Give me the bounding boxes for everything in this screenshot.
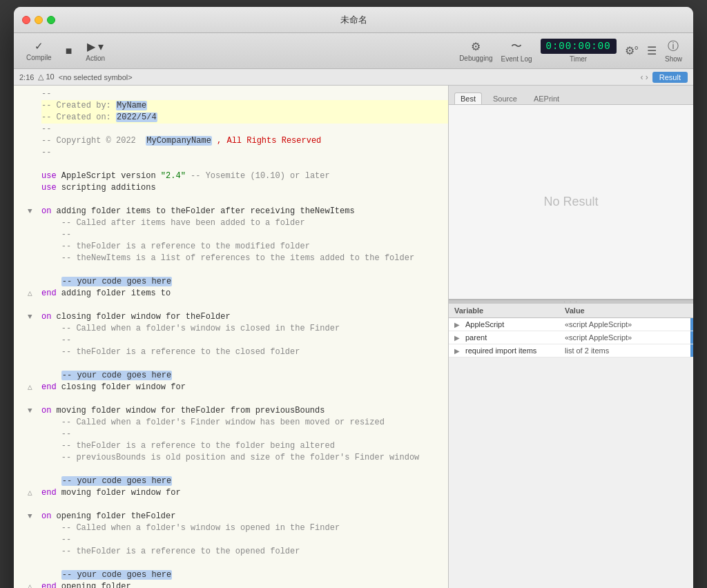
end-marker-4: △ <box>28 581 32 588</box>
action-label: Action <box>86 55 105 62</box>
line-empty-2 <box>41 300 448 311</box>
line-code-h3: -- your code goes here <box>41 476 448 487</box>
play-icon: ▶ ▾ <box>87 40 104 53</box>
stop-group[interactable]: ■ <box>59 42 79 60</box>
debugging-section[interactable]: ⚙ Debugging <box>459 40 492 62</box>
line-9: use scripting additions <box>41 182 448 194</box>
line-7 <box>41 159 448 170</box>
handler-2-start: ▼ on closing folder window for theFolder <box>41 311 448 323</box>
expand-icon-1[interactable]: ▶ <box>454 334 460 342</box>
variables-header: Variable Value <box>449 304 693 318</box>
toolbar: ✓ Compile ■ ▶ ▾ Action ⚙ Debugging 〜 Eve… <box>14 33 693 69</box>
tab-best[interactable]: Best <box>454 92 482 104</box>
handler-4-start: ▼ on opening folder theFolder <box>41 511 448 522</box>
line-1: -- <box>41 88 448 100</box>
line-c3-2: -- <box>41 429 448 440</box>
window-title: 未命名 <box>340 14 367 26</box>
statusbar: 2:16 △ 10 <no selected symbol> ‹ › Resul… <box>14 69 693 86</box>
handler-2-end: △ end closing folder window for <box>41 382 448 393</box>
action-group[interactable]: ▶ ▾ Action <box>79 37 112 65</box>
nav-arrows[interactable]: ‹ › <box>640 72 648 82</box>
result-button[interactable]: Result <box>652 72 688 83</box>
timer-label: Timer <box>570 55 587 63</box>
collapse-triangle-2[interactable]: ▼ <box>28 311 32 323</box>
collapse-triangle-1[interactable]: ▼ <box>28 206 32 217</box>
layers-section[interactable]: ☰ <box>647 44 657 57</box>
end-marker-1: △ <box>28 288 32 300</box>
line-c2-3: -- theFolder is a reference to the close… <box>41 346 448 358</box>
variables-panel: Variable Value ▶ AppleScript «script App… <box>449 304 693 588</box>
line-5: -- Copyright © 2022 MyCompanyName , All … <box>41 135 448 147</box>
line-4: -- <box>41 124 448 135</box>
var-row-0[interactable]: ▶ AppleScript «script AppleScript» <box>449 318 693 331</box>
result-body: No Result <box>449 105 693 299</box>
line-comment-3: -- theFolder is a reference to the modif… <box>41 241 448 253</box>
expand-icon-2[interactable]: ▶ <box>454 347 460 355</box>
handler-3-end: △ end moving folder window for <box>41 487 448 499</box>
info-icon: ⓘ <box>668 39 679 54</box>
line-c4-2: -- <box>41 534 448 546</box>
titlebar: 未命名 <box>14 7 693 33</box>
timer-display: 0:00:00:00 <box>541 39 617 54</box>
line-comment-2: -- <box>41 229 448 241</box>
compile-group[interactable]: ✓ Compile <box>19 37 59 64</box>
fullscreen-button[interactable] <box>47 16 55 24</box>
close-button[interactable] <box>22 16 30 24</box>
var-name-0: ▶ AppleScript <box>454 320 565 329</box>
line-empty-3 <box>41 358 448 370</box>
var-name-1: ▶ parent <box>454 333 565 342</box>
debugging-icon: ⚙ <box>471 40 481 53</box>
line-2: -- Created by: MyName <box>41 100 448 112</box>
no-result-text: No Result <box>543 195 598 209</box>
var-accent-0 <box>690 318 693 331</box>
line-6: -- <box>41 147 448 159</box>
show-label: Show <box>665 55 682 63</box>
var-row-2[interactable]: ▶ required import items list of 2 items <box>449 344 693 357</box>
info-section[interactable]: ⓘ Show <box>665 39 682 63</box>
end-marker-3: △ <box>28 487 32 499</box>
var-row-1[interactable]: ▶ parent «script AppleScript» <box>449 331 693 344</box>
var-name-2: ▶ required import items <box>454 346 565 355</box>
line-empty-4 <box>41 393 448 405</box>
collapse-triangle-4[interactable]: ▼ <box>28 511 32 522</box>
line-code-h1: -- your code goes here <box>41 276 448 288</box>
expand-icon-0[interactable]: ▶ <box>454 321 460 329</box>
delta-indicator: △ 10 <box>38 72 54 81</box>
timer-section: 0:00:00:00 Timer <box>541 39 617 63</box>
event-log-section[interactable]: 〜 Event Log <box>501 39 532 63</box>
var-accent-2 <box>690 344 693 357</box>
gear-section[interactable]: ⚙° <box>625 44 639 57</box>
code-area: -- -- Created by: MyName -- Created on: … <box>14 88 448 588</box>
line-empty-7 <box>41 558 448 569</box>
main-content: -- -- Created by: MyName -- Created on: … <box>14 86 693 588</box>
line-empty-1 <box>41 264 448 276</box>
line-comment-4: -- theNewItems is a list of references t… <box>41 253 448 264</box>
event-log-label: Event Log <box>501 55 532 63</box>
debugging-label: Debugging <box>459 55 492 62</box>
collapse-triangle-3[interactable]: ▼ <box>28 405 32 417</box>
result-area: Best Source AEPrint No Result <box>449 86 693 300</box>
code-scroll[interactable]: -- -- Created by: MyName -- Created on: … <box>14 86 448 588</box>
line-8: use AppleScript version "2.4" -- Yosemit… <box>41 170 448 182</box>
code-editor: -- -- Created by: MyName -- Created on: … <box>14 86 449 588</box>
minimize-button[interactable] <box>35 16 43 24</box>
line-code-h2: -- your code goes here <box>41 370 448 382</box>
line-c3-3: -- theFolder is a reference to the folde… <box>41 440 448 452</box>
line-c4-3: -- theFolder is a reference to the opene… <box>41 546 448 558</box>
symbol-display: <no selected symbol> <box>59 73 133 81</box>
tab-aeprint[interactable]: AEPrint <box>528 93 565 104</box>
toolbar-right: ⚙ Debugging 〜 Event Log 0:00:00:00 Timer… <box>459 39 682 63</box>
gear-icon: ⚙° <box>625 44 639 57</box>
layers-icon: ☰ <box>647 44 657 57</box>
line-c4-1: -- Called when a folder's window is open… <box>41 522 448 534</box>
line-empty-6 <box>41 499 448 511</box>
line-c3-4: -- previousBounds is old position and si… <box>41 452 448 464</box>
stop-icon: ■ <box>66 45 72 57</box>
line-10 <box>41 194 448 206</box>
tab-source[interactable]: Source <box>487 93 523 104</box>
var-value-1: «script AppleScript» <box>565 333 688 342</box>
event-log-icon: 〜 <box>511 39 522 54</box>
cursor-position: 2:16 <box>19 73 34 81</box>
handler-1-start: ▼ on adding folder items to theFolder af… <box>41 206 448 217</box>
line-c2-1: -- Called when a folder's window is clos… <box>41 323 448 335</box>
